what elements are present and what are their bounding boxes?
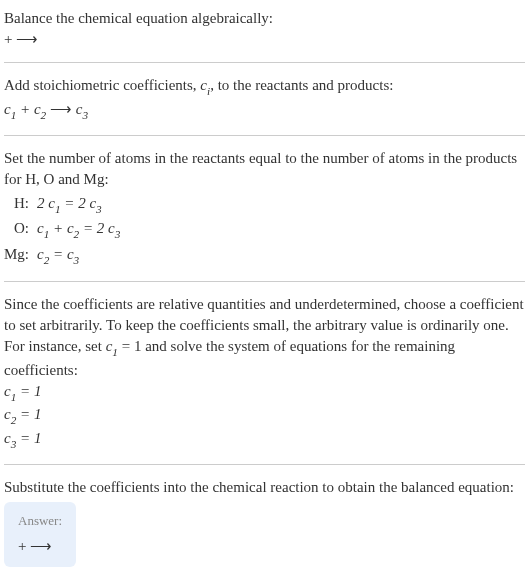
step1-text: Add stoichiometric coefficients, ci, to …: [4, 75, 525, 99]
plus: +: [16, 101, 34, 117]
atom-equation: 2 c1 = 2 c3: [37, 192, 126, 218]
ci-symbol: ci: [200, 77, 210, 93]
step2-text: Set the number of atoms in the reactants…: [4, 148, 525, 190]
answer-box: Answer: + ⟶: [4, 502, 76, 567]
eq: =: [49, 246, 67, 262]
table-row: O: c1 + c2 = 2 c3: [4, 217, 126, 243]
solution-c2: c2 = 1: [4, 404, 525, 428]
sub: 3: [96, 203, 102, 215]
c1-inline: c1: [106, 338, 118, 354]
c: c: [4, 430, 11, 446]
arrow-icon: ⟶: [30, 538, 52, 554]
c: c: [4, 406, 11, 422]
c1-sub: 1: [11, 109, 17, 121]
table-row: Mg: c2 = c3: [4, 243, 126, 269]
val: = 1: [16, 383, 41, 399]
sub: 3: [115, 228, 121, 240]
intro-line1: Balance the chemical equation algebraica…: [4, 8, 525, 29]
sub: 2: [44, 254, 50, 266]
table-row: H: 2 c1 = 2 c3: [4, 192, 126, 218]
step1-text-part1: Add stoichiometric coefficients,: [4, 77, 200, 93]
atom-label: H:: [4, 192, 37, 218]
arrow-icon: ⟶: [46, 101, 76, 117]
intro-block: Balance the chemical equation algebraica…: [4, 8, 525, 50]
val: = 1: [16, 430, 41, 446]
step3-block: Since the coefficients are relative quan…: [4, 294, 525, 452]
answer-plus: +: [18, 538, 30, 554]
arrow-icon: ⟶: [16, 31, 38, 47]
sub: 3: [74, 254, 80, 266]
sub: 3: [11, 438, 17, 450]
answer-label: Answer:: [18, 512, 62, 530]
eq: = 2: [61, 195, 90, 211]
step1-text-part2: , to the reactants and products:: [210, 77, 393, 93]
sub: 2: [74, 228, 80, 240]
eq: = 2: [79, 220, 108, 236]
atom-equation: c2 = c3: [37, 243, 126, 269]
intro-equation: + ⟶: [4, 29, 525, 50]
c2-sub: 2: [41, 109, 47, 121]
step4-text: Substitute the coefficients into the che…: [4, 477, 525, 498]
step1-block: Add stoichiometric coefficients, ci, to …: [4, 75, 525, 123]
step3-text: Since the coefficients are relative quan…: [4, 294, 525, 381]
sub: 2: [11, 414, 17, 426]
divider: [4, 281, 525, 282]
sub: 1: [44, 228, 50, 240]
atom-table: H: 2 c1 = 2 c3 O: c1 + c2 = 2 c3 Mg: c2 …: [4, 192, 126, 269]
c: c: [108, 220, 115, 236]
answer-equation: + ⟶: [18, 536, 62, 557]
sub: 1: [112, 346, 118, 358]
c: c: [67, 220, 74, 236]
atom-label: O:: [4, 217, 37, 243]
plus: +: [49, 220, 67, 236]
ci-sub: i: [207, 85, 210, 97]
c2: c: [34, 101, 41, 117]
c: c: [4, 383, 11, 399]
c: c: [48, 195, 55, 211]
step2-block: Set the number of atoms in the reactants…: [4, 148, 525, 269]
solution-c1: c1 = 1: [4, 381, 525, 405]
step4-block: Substitute the coefficients into the che…: [4, 477, 525, 567]
val: = 1: [16, 406, 41, 422]
atom-label: Mg:: [4, 243, 37, 269]
solution-c3: c3 = 1: [4, 428, 525, 452]
step1-equation: c1 + c2 ⟶ c3: [4, 99, 525, 123]
ci-c: c: [200, 77, 207, 93]
c: c: [37, 246, 44, 262]
c: c: [37, 220, 44, 236]
c: c: [67, 246, 74, 262]
sub: 1: [55, 203, 61, 215]
divider: [4, 135, 525, 136]
divider: [4, 464, 525, 465]
c1: c: [4, 101, 11, 117]
atom-equation: c1 + c2 = 2 c3: [37, 217, 126, 243]
divider: [4, 62, 525, 63]
coef: 2: [37, 195, 48, 211]
sub: 1: [11, 391, 17, 403]
intro-plus: +: [4, 31, 16, 47]
c3-sub: 3: [82, 109, 88, 121]
